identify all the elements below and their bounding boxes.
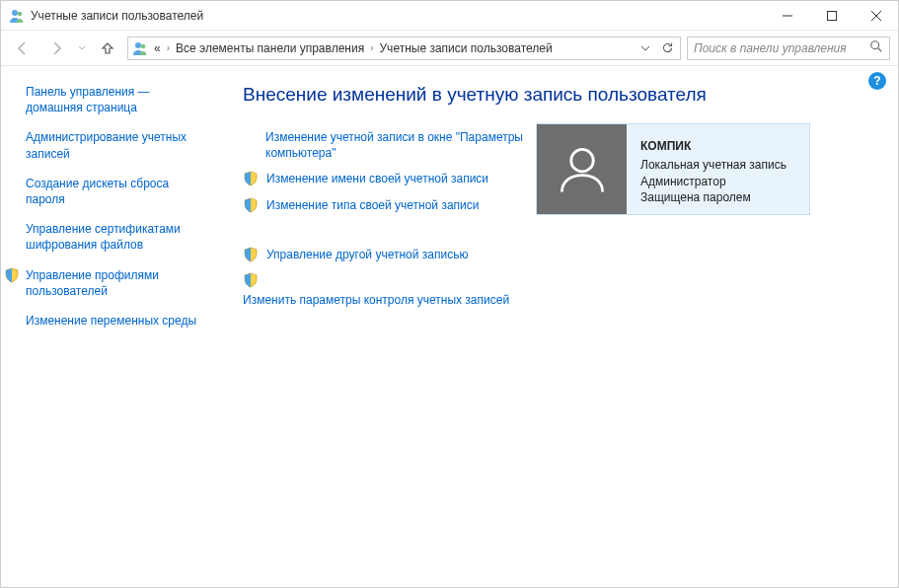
svg-point-0 (12, 10, 18, 16)
sidebar-link-label: Администрирование учетных записей (26, 129, 200, 161)
sidebar-link-label: Управление профилями пользователей (26, 267, 200, 299)
titlebar: Учетные записи пользователей (1, 1, 898, 31)
action-change-type[interactable]: Изменение типа своей учетной записи (243, 197, 529, 213)
body: Панель управления — домашняя страница Ад… (1, 66, 898, 587)
svg-point-3 (135, 42, 141, 48)
action-label: Управление другой учетной записью (266, 247, 468, 262)
minimize-button[interactable] (765, 1, 809, 30)
sidebar: Панель управления — домашняя страница Ад… (1, 66, 208, 587)
sidebar-link-label: Управление сертификатами шифрования файл… (26, 221, 200, 253)
chevron-right-icon: › (370, 42, 373, 53)
back-button[interactable] (9, 35, 37, 62)
sidebar-link-manage-accounts[interactable]: Администрирование учетных записей (26, 129, 200, 161)
sidebar-link-label: Изменение переменных среды (26, 313, 196, 329)
address-dropdown-button[interactable] (635, 37, 656, 59)
sidebar-link-label: Панель управления — домашняя страница (26, 84, 200, 115)
window-title: Учетные записи пользователей (31, 9, 765, 23)
shield-icon (243, 171, 259, 186)
sidebar-link-env-vars[interactable]: Изменение переменных среды (26, 313, 200, 329)
svg-point-4 (141, 43, 146, 48)
search-box[interactable] (687, 37, 890, 60)
svg-point-1 (18, 11, 23, 16)
user-name: КОМПИК (640, 138, 787, 155)
action-uac-settings[interactable]: Изменить параметры контроля учетных запи… (243, 292, 529, 308)
chevron-right-icon: › (167, 42, 170, 53)
action-label: Изменение учетной записи в окне "Парамет… (265, 129, 529, 161)
sidebar-link-password-reset-disk[interactable]: Создание дискеты сброса пароля (26, 176, 200, 207)
history-dropdown[interactable] (76, 44, 88, 52)
sidebar-link-home[interactable]: Панель управления — домашняя страница (26, 84, 200, 115)
shield-icon (243, 197, 259, 213)
user-info: КОМПИК Локальная учетная запись Админист… (627, 124, 796, 206)
breadcrumb-item[interactable]: Все элементы панели управления (174, 41, 366, 55)
shield-icon (4, 267, 20, 283)
action-label: Изменение имени своей учетной записи (266, 171, 488, 186)
action-change-name[interactable]: Изменение имени своей учетной записи (243, 171, 529, 186)
address-bar-row: « › Все элементы панели управления › Уче… (1, 31, 898, 66)
action-change-in-settings[interactable]: Изменение учетной записи в окне "Парамет… (243, 129, 529, 161)
sidebar-link-encryption-certs[interactable]: Управление сертификатами шифрования файл… (26, 221, 200, 253)
user-accounts-icon (132, 40, 148, 56)
forward-button[interactable] (42, 35, 70, 62)
user-accounts-icon (9, 8, 25, 24)
main-content: ? Внесение изменений в учетную запись по… (208, 66, 898, 587)
action-manage-other[interactable]: Управление другой учетной записью (243, 247, 529, 262)
svg-point-5 (871, 41, 879, 49)
window-controls (765, 1, 898, 30)
user-tile: КОМПИК Локальная учетная запись Админист… (536, 123, 810, 215)
help-button[interactable]: ? (868, 72, 886, 90)
address-bar[interactable]: « › Все элементы панели управления › Уче… (127, 37, 681, 60)
page-heading: Внесение изменений в учетную запись поль… (243, 84, 873, 106)
user-role: Администратор (640, 174, 787, 190)
action-label: Изменение типа своей учетной записи (266, 197, 479, 213)
user-password-status: Защищена паролем (640, 189, 787, 206)
maximize-button[interactable] (809, 1, 854, 30)
sidebar-link-label: Создание дискеты сброса пароля (26, 176, 200, 207)
search-input[interactable] (692, 40, 869, 56)
search-icon (869, 39, 885, 56)
breadcrumb-ellipsis[interactable]: « (152, 41, 163, 55)
svg-rect-2 (827, 11, 836, 20)
shield-icon (243, 272, 259, 288)
close-button[interactable] (854, 1, 898, 30)
svg-point-6 (570, 149, 593, 172)
actions-column: Изменение учетной записи в окне "Парамет… (243, 129, 529, 308)
refresh-button[interactable] (656, 37, 678, 59)
user-account-type: Локальная учетная запись (640, 157, 787, 174)
shield-icon (243, 247, 259, 262)
user-avatar-icon (537, 124, 627, 214)
up-button[interactable] (94, 35, 121, 62)
sidebar-link-user-profiles[interactable]: Управление профилями пользователей (4, 267, 200, 299)
action-label: Изменить параметры контроля учетных запи… (243, 292, 509, 308)
breadcrumb-item[interactable]: Учетные записи пользователей (378, 41, 555, 55)
